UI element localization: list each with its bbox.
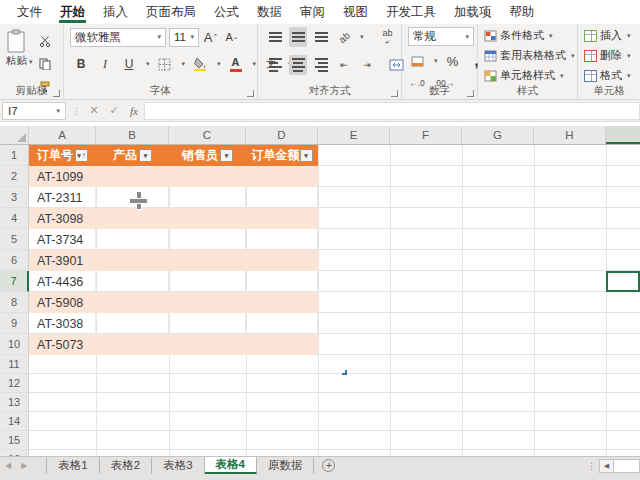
row-header[interactable]: 15 (0, 431, 29, 450)
cell-empty[interactable] (246, 271, 318, 292)
row-header[interactable]: 11 (0, 355, 29, 374)
font-name-select[interactable]: 微软雅黑 ▾ (70, 28, 166, 47)
sheet-nav-right-icon[interactable]: ▶ (16, 457, 32, 474)
cell-empty[interactable] (96, 292, 169, 313)
tab-view[interactable]: 视图 (334, 0, 377, 24)
filter-dropdown-icon[interactable]: ▾ (220, 149, 233, 162)
copy-icon[interactable] (36, 54, 54, 74)
row-header[interactable]: 4 (0, 208, 29, 229)
cancel-icon[interactable]: ✕ (84, 104, 104, 117)
filter-sort-ascending-icon[interactable]: ▾↑ (75, 149, 88, 162)
cell-empty[interactable] (246, 334, 318, 355)
filter-dropdown-icon[interactable]: ▾ (139, 149, 152, 162)
insert-cells-button[interactable]: 插入 (600, 28, 622, 43)
cell-empty[interactable] (169, 187, 246, 208)
tab-formulas[interactable]: 公式 (205, 0, 248, 24)
cell-empty[interactable] (169, 166, 246, 187)
sheet-tab-4-active[interactable]: 表格4 (205, 457, 257, 474)
align-middle-icon[interactable] (289, 27, 307, 47)
cell-empty[interactable] (96, 334, 169, 355)
column-header-f[interactable]: F (390, 126, 462, 144)
align-left-icon[interactable] (266, 55, 284, 75)
filter-dropdown-icon[interactable]: ▾ (300, 149, 313, 162)
cell-empty[interactable] (169, 334, 246, 355)
cut-icon[interactable] (36, 31, 54, 51)
format-cells-button[interactable]: 格式 (600, 68, 622, 83)
clipboard-dialog-launcher-icon[interactable] (53, 90, 60, 97)
format-as-table-button[interactable]: 套用表格格式 (500, 48, 566, 63)
cell-order-id[interactable]: AT-3734 (29, 229, 96, 250)
cell-order-id[interactable]: AT-4436 (29, 271, 96, 292)
name-box[interactable]: I7 ▾ (2, 102, 66, 120)
cell-styles-button[interactable]: 单元格样式 (500, 68, 555, 83)
number-dialog-launcher-icon[interactable] (467, 90, 474, 97)
conditional-formatting-button[interactable]: 条件格式 (500, 28, 544, 43)
font-color-icon[interactable]: A (227, 54, 245, 74)
cell-empty[interactable] (169, 292, 246, 313)
align-top-icon[interactable] (266, 27, 284, 47)
tab-home[interactable]: 开始 (51, 0, 94, 24)
tab-insert[interactable]: 插入 (94, 0, 137, 24)
table-resize-handle[interactable] (342, 370, 347, 375)
tab-page-layout[interactable]: 页面布局 (137, 0, 205, 24)
column-header-i-selected[interactable] (606, 126, 640, 144)
row-header[interactable]: 1 (0, 145, 29, 166)
cell-empty[interactable] (246, 166, 318, 187)
cell-empty[interactable] (246, 229, 318, 250)
align-right-icon[interactable] (312, 55, 330, 75)
tab-review[interactable]: 审阅 (291, 0, 334, 24)
cell-empty[interactable] (169, 271, 246, 292)
row-header[interactable]: 10 (0, 334, 29, 355)
italic-button[interactable]: I (96, 54, 114, 74)
insert-function-icon[interactable]: fx (124, 105, 144, 117)
bold-button[interactable]: B (72, 54, 90, 74)
row-header[interactable]: 6 (0, 250, 29, 271)
cell-order-id[interactable]: AT-3901 (29, 250, 96, 271)
row-header-active[interactable]: 7 (0, 271, 29, 292)
alignment-dialog-launcher-icon[interactable] (391, 90, 398, 97)
cell-empty[interactable] (246, 250, 318, 271)
tab-help[interactable]: 帮助 (501, 0, 544, 24)
formula-input[interactable] (144, 102, 640, 120)
tab-developer[interactable]: 开发工具 (377, 0, 445, 24)
cell-empty[interactable] (96, 313, 169, 334)
cell-empty[interactable] (96, 229, 169, 250)
column-header-a[interactable]: A (29, 126, 96, 144)
row-header[interactable]: 14 (0, 412, 29, 431)
row-header[interactable]: 3 (0, 187, 29, 208)
align-center-icon[interactable] (289, 55, 307, 75)
fill-color-icon[interactable] (191, 54, 209, 74)
sheet-nav-left-icon[interactable]: ◀ (0, 457, 16, 474)
wrap-text-icon[interactable]: ab⤶ (379, 27, 397, 47)
cell-order-id[interactable]: AT-5908 (29, 292, 96, 313)
enter-icon[interactable]: ✓ (104, 104, 124, 117)
cell-order-id[interactable]: AT-3038 (29, 313, 96, 334)
delete-cells-button[interactable]: 删除 (600, 48, 622, 63)
cell-order-id[interactable]: AT-5073 (29, 334, 96, 355)
column-header-c[interactable]: C (169, 126, 246, 144)
cell-empty[interactable] (96, 271, 169, 292)
tab-data[interactable]: 数据 (248, 0, 291, 24)
sheet-tab-1[interactable]: 表格1 (46, 457, 99, 474)
sheet-tab-source-data[interactable]: 原数据 (257, 457, 315, 474)
accounting-format-icon[interactable] (408, 51, 426, 71)
row-header[interactable]: 13 (0, 393, 29, 412)
cell-order-id[interactable]: AT-1099 (29, 166, 96, 187)
active-cell-i7[interactable] (606, 271, 640, 292)
font-dialog-launcher-icon[interactable] (247, 90, 254, 97)
cell-empty[interactable] (96, 208, 169, 229)
cell-order-id[interactable]: AT-3098 (29, 208, 96, 229)
column-header-h[interactable]: H (534, 126, 606, 144)
tab-add-ins[interactable]: 加载项 (445, 0, 501, 24)
name-box-dropdown-icon[interactable]: ▾ (56, 107, 60, 115)
scrollbar-grip-icon[interactable]: ⋮ (587, 461, 595, 471)
scrollbar-track[interactable] (614, 459, 640, 473)
number-format-select[interactable]: 常规 ▾ (408, 27, 474, 46)
scroll-left-icon[interactable]: ◀ (599, 459, 614, 473)
decrease-indent-icon[interactable]: ⇤ (335, 55, 353, 75)
column-header-g[interactable]: G (462, 126, 534, 144)
sheet-tab-2[interactable]: 表格2 (100, 457, 152, 474)
percent-style-icon[interactable]: % (444, 51, 462, 71)
sheet-tab-3[interactable]: 表格3 (152, 457, 204, 474)
cell-empty[interactable] (169, 229, 246, 250)
